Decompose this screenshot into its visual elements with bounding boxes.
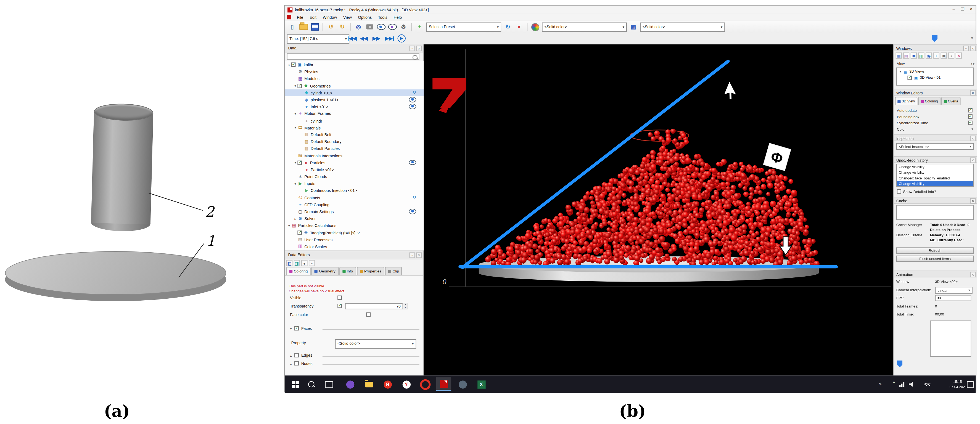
cache-list[interactable] (896, 205, 974, 220)
property-combo[interactable]: <Solid color>▼ (335, 339, 416, 349)
tray-clock-date[interactable]: 27.04.2021 (949, 385, 967, 389)
show-visibility-icon[interactable] (376, 22, 386, 32)
camera-icon[interactable]: ▣ (940, 52, 947, 59)
tree-item[interactable]: ▾▤Materials (285, 124, 423, 131)
title-bar[interactable]: kalibrovka 16-эксп17.rocky * - Rocky 4.4… (285, 6, 975, 14)
expander-icon[interactable]: ▾ (293, 84, 298, 88)
close-icon[interactable]: × (970, 272, 975, 278)
tree-item[interactable]: ◆cylindr <01>↻ (285, 89, 423, 96)
y-browser-icon[interactable]: Y (399, 377, 414, 391)
tab-properties[interactable]: Properties (357, 267, 384, 275)
pin-teal-icon[interactable]: ◨ (294, 259, 300, 266)
volume-icon[interactable] (909, 382, 914, 387)
tree-checkbox[interactable] (298, 230, 302, 235)
we-tab-coloring[interactable]: Coloring (918, 97, 940, 105)
tab-clip[interactable]: Clip (385, 267, 402, 275)
time-combo[interactable]: Time: [152] 7.6 s▼ (287, 34, 349, 44)
animation-combo[interactable]: Linear▼ (935, 287, 972, 294)
tree-checkbox[interactable] (907, 75, 912, 80)
search-button[interactable] (304, 377, 319, 391)
menu-view[interactable]: View (340, 15, 355, 19)
delete-icon[interactable]: × (514, 22, 524, 32)
fit-view-icon[interactable]: ◎ (354, 22, 363, 32)
pin-icon[interactable]: ▫ (409, 252, 415, 258)
visible-checkbox[interactable] (337, 295, 342, 300)
expander-icon[interactable]: ▾ (287, 63, 291, 67)
new-file-icon[interactable]: ▯ (288, 22, 297, 32)
expander-icon[interactable]: ▾ (898, 69, 902, 73)
lock-icon[interactable]: ▪ (309, 259, 315, 266)
eye-icon[interactable] (409, 209, 416, 214)
tree-item[interactable]: ▾+Motion Frames (285, 110, 423, 117)
spinner-arrows[interactable]: ▲▼ (402, 303, 407, 310)
animation-slider[interactable] (897, 360, 902, 367)
data-search-input[interactable] (288, 54, 418, 59)
tree-item[interactable]: ▧Materials Interactions (285, 152, 423, 159)
edges-section[interactable]: ▴ Edges (289, 353, 312, 357)
tree-item[interactable]: ▾●Particles (285, 159, 423, 166)
expander-icon[interactable]: ▾ (287, 224, 291, 227)
yandex-icon[interactable]: Я (380, 377, 395, 391)
open-icon[interactable] (299, 22, 308, 32)
close-icon[interactable]: × (970, 198, 975, 203)
close-icon[interactable]: × (970, 135, 975, 141)
eye-icon[interactable] (409, 97, 416, 102)
expander-icon[interactable]: ▾ (293, 160, 298, 165)
we-tab-3d-view[interactable]: 3D View (895, 97, 917, 105)
option-checkbox[interactable] (968, 108, 972, 113)
save-icon[interactable] (310, 22, 320, 32)
settings-icon[interactable]: ⚙ (399, 22, 408, 32)
menu-window[interactable]: Window (320, 15, 340, 19)
play-button[interactable]: ▶ (398, 34, 406, 42)
pin-icon[interactable]: ▫ (409, 46, 415, 51)
transparency-input[interactable] (345, 303, 407, 310)
menu-help[interactable]: Help (390, 15, 405, 19)
windows-tree-item[interactable]: ▾▦3D Views (897, 68, 973, 75)
close-icon[interactable]: × (970, 90, 975, 95)
expander-icon[interactable]: ▸ (293, 217, 298, 221)
menu-edit[interactable]: Edit (307, 15, 320, 19)
undo-history-item[interactable]: Change visibility (897, 181, 973, 187)
option-checkbox[interactable] (968, 114, 972, 119)
undo-history-item[interactable]: Change visibility (897, 170, 973, 176)
tree-item[interactable]: ◈Tagging(Particles) (t=0 [s], v... (285, 229, 423, 236)
inspector-combo[interactable]: <Select Inspector>▼ (896, 143, 974, 150)
eye-icon[interactable] (409, 160, 416, 165)
detailed-info-checkbox[interactable] (897, 189, 901, 194)
eye-icon[interactable] (409, 104, 416, 109)
tray-clock-time[interactable]: 15:15 (953, 380, 962, 384)
expander-icon[interactable]: ▾ (293, 182, 298, 186)
pick-icon[interactable]: + (933, 52, 939, 59)
skip-to-end-button[interactable]: ▶▶| (385, 34, 394, 42)
tree-item[interactable]: ▥Default Particles (285, 145, 423, 152)
network-icon[interactable] (899, 382, 906, 387)
undo-history-item[interactable]: Change visibility (897, 164, 973, 170)
file-explorer-icon[interactable] (361, 377, 376, 391)
tree-item[interactable]: ▾▶Inputs (285, 180, 423, 187)
menu-tools[interactable]: Tools (375, 15, 390, 19)
menu-options[interactable]: Options (355, 15, 375, 19)
tray-expand-icon[interactable]: ^ (893, 381, 895, 386)
sync-icon[interactable]: ↻ (412, 90, 416, 95)
grid-icon[interactable]: ▦ (896, 52, 902, 59)
tile-icon[interactable]: ▤ (903, 52, 910, 59)
tree-item[interactable]: ▼Inlet <01> (285, 103, 423, 110)
tray-language[interactable]: РУС (924, 382, 931, 386)
tree-item[interactable]: ▸⚙Solver (285, 215, 423, 222)
tree-item[interactable]: ▾▣kalibr (285, 61, 423, 68)
eye-icon[interactable]: ◉ (926, 52, 932, 59)
solid-color-combo-2[interactable]: <Solid color>▼ (640, 22, 725, 32)
tree-item[interactable]: ▾◆Geometries (285, 82, 423, 89)
tree-item[interactable]: ▤User Processes (285, 236, 423, 243)
we-option-synchronized-time[interactable]: Synchronized Time (897, 120, 974, 125)
app-purple-icon[interactable] (342, 377, 357, 391)
color-row[interactable]: Color ▼ (897, 126, 974, 132)
tree-item[interactable]: ▾▦Particles Calculations (285, 222, 423, 229)
tree-item[interactable]: ▥Default Belt (285, 131, 423, 138)
expander-icon[interactable]: ▾ (293, 112, 298, 116)
redo-icon[interactable]: ↻ (337, 22, 347, 32)
notification-icon[interactable] (967, 381, 974, 388)
palette-icon[interactable] (531, 22, 540, 32)
close-icon[interactable]: × (970, 46, 975, 51)
step-back-button[interactable]: ◀◀ (360, 34, 368, 42)
